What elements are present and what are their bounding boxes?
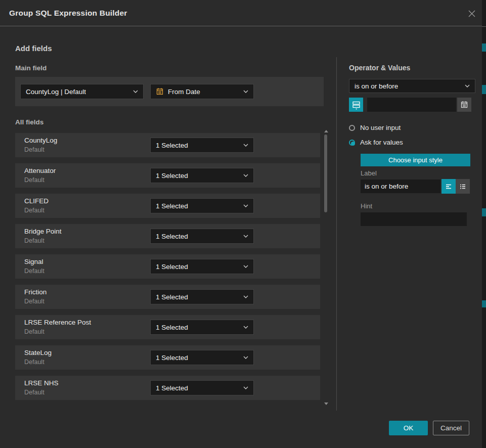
- field-selection-select[interactable]: 1 Selected: [150, 168, 254, 183]
- field-selection-value: 1 Selected: [156, 142, 188, 149]
- chevron-down-icon: [243, 326, 248, 329]
- chevron-down-icon: [133, 90, 138, 93]
- field-selection-value: 1 Selected: [156, 263, 188, 271]
- field-selection-value: 1 Selected: [156, 324, 188, 331]
- radio-ask-for-values[interactable]: Ask for values: [349, 139, 403, 146]
- date-field-select[interactable]: From Date: [150, 84, 254, 99]
- field-name: LRSE NHS: [24, 379, 59, 387]
- list-style-button[interactable]: [456, 179, 470, 194]
- field-name: Bridge Point: [24, 228, 62, 235]
- field-row: Attenuator Default 1 Selected: [15, 163, 320, 188]
- radio-icon: [349, 125, 355, 131]
- all-fields-list: CountyLog Default 1 Selected Attenuator …: [15, 133, 320, 402]
- close-button[interactable]: [466, 8, 478, 20]
- field-selection-select[interactable]: 1 Selected: [150, 320, 254, 335]
- chevron-down-icon: [243, 356, 248, 359]
- label-field-label: Label: [361, 169, 377, 177]
- field-name: LRSE Reference Post: [24, 319, 91, 326]
- field-type: Default: [24, 298, 45, 305]
- radio-no-user-input[interactable]: No user input: [349, 124, 401, 131]
- field-row: CLIFED Default 1 Selected: [15, 194, 320, 218]
- background-app-edge: [482, 0, 486, 448]
- scroll-down-icon[interactable]: [324, 402, 328, 405]
- field-selection-select[interactable]: 1 Selected: [150, 350, 254, 365]
- chevron-down-icon: [243, 295, 248, 298]
- field-row: Signal Default 1 Selected: [15, 254, 320, 279]
- layer-select[interactable]: CountyLog | Default: [20, 84, 144, 99]
- field-row: StateLog Default 1 Selected: [15, 345, 320, 370]
- field-name: Signal: [24, 258, 43, 265]
- chevron-down-icon: [243, 144, 248, 147]
- stacked-values-icon: [351, 100, 361, 110]
- field-selection-value: 1 Selected: [156, 354, 188, 362]
- close-icon: [467, 9, 476, 18]
- chevron-down-icon: [243, 174, 248, 177]
- fields-list-scrollbar[interactable]: [322, 128, 329, 407]
- main-field-panel: CountyLog | Default From Date: [15, 77, 324, 106]
- layer-select-value: CountyLog | Default: [26, 88, 86, 96]
- field-name: StateLog: [24, 349, 52, 356]
- field-row: LRSE NHS Default 1 Selected: [15, 376, 320, 400]
- choose-input-style-button[interactable]: Choose input style: [361, 154, 470, 166]
- field-type: Default: [24, 237, 45, 244]
- calendar-icon: [460, 101, 468, 109]
- panel-divider: [336, 57, 337, 411]
- field-selection-value: 1 Selected: [156, 172, 188, 180]
- chevron-down-icon: [465, 84, 470, 87]
- field-type: Default: [24, 359, 45, 366]
- field-type: Default: [24, 328, 45, 335]
- bullet-list-icon: [459, 183, 467, 191]
- field-type: Default: [24, 207, 45, 214]
- operator-select[interactable]: is on or before: [349, 79, 475, 93]
- chevron-down-icon: [243, 204, 248, 207]
- field-selection-select[interactable]: 1 Selected: [150, 380, 254, 395]
- hint-field-label: Hint: [361, 202, 372, 210]
- all-fields-heading: All fields: [15, 118, 43, 126]
- main-field-heading: Main field: [15, 64, 47, 72]
- field-selection-value: 1 Selected: [156, 384, 188, 392]
- screen: Group SQL Expression Builder Add fields …: [0, 0, 486, 448]
- field-type: Default: [24, 176, 45, 184]
- chevron-down-icon: [243, 265, 248, 268]
- field-name: CLIFED: [24, 197, 49, 205]
- unique-values-button[interactable]: [349, 98, 363, 112]
- scroll-up-icon[interactable]: [324, 130, 328, 132]
- field-selection-select[interactable]: 1 Selected: [150, 259, 254, 274]
- radio-label: Ask for values: [360, 139, 403, 146]
- add-fields-heading: Add fields: [15, 44, 52, 53]
- align-left-lines-icon: [445, 183, 453, 191]
- field-name: Attenuator: [24, 167, 56, 174]
- field-selection-select[interactable]: 1 Selected: [150, 138, 254, 153]
- field-row: LRSE Reference Post Default 1 Selected: [15, 315, 320, 339]
- value-input[interactable]: [367, 98, 456, 112]
- single-line-style-button[interactable]: [441, 179, 456, 194]
- date-picker-button[interactable]: [457, 98, 471, 112]
- chevron-down-icon: [243, 235, 248, 238]
- dialog-title: Group SQL Expression Builder: [0, 9, 127, 18]
- field-row: Friction Default 1 Selected: [15, 285, 320, 309]
- scrollbar-thumb[interactable]: [324, 135, 327, 212]
- radio-label: No user input: [360, 124, 401, 131]
- radio-icon: [349, 140, 355, 146]
- cancel-button[interactable]: Cancel: [433, 421, 469, 435]
- field-selection-value: 1 Selected: [156, 202, 188, 210]
- chevron-down-icon: [243, 90, 248, 93]
- ok-button[interactable]: OK: [389, 421, 428, 435]
- field-name: Friction: [24, 288, 47, 296]
- field-selection-select[interactable]: 1 Selected: [150, 289, 254, 304]
- field-row: CountyLog Default 1 Selected: [15, 133, 320, 157]
- hint-input[interactable]: [361, 212, 467, 226]
- field-selection-value: 1 Selected: [156, 233, 188, 240]
- field-selection-select[interactable]: 1 Selected: [150, 198, 254, 213]
- field-type: Default: [24, 146, 45, 153]
- operator-select-value: is on or before: [355, 82, 398, 90]
- field-type: Default: [24, 389, 45, 396]
- calendar-icon: [156, 87, 164, 96]
- chevron-down-icon: [243, 386, 248, 389]
- label-input[interactable]: [361, 180, 440, 193]
- dialog-titlebar: Group SQL Expression Builder: [0, 0, 482, 26]
- operator-values-heading: Operator & Values: [349, 64, 410, 72]
- field-selection-select[interactable]: 1 Selected: [150, 229, 254, 244]
- field-selection-value: 1 Selected: [156, 293, 188, 301]
- field-type: Default: [24, 267, 45, 275]
